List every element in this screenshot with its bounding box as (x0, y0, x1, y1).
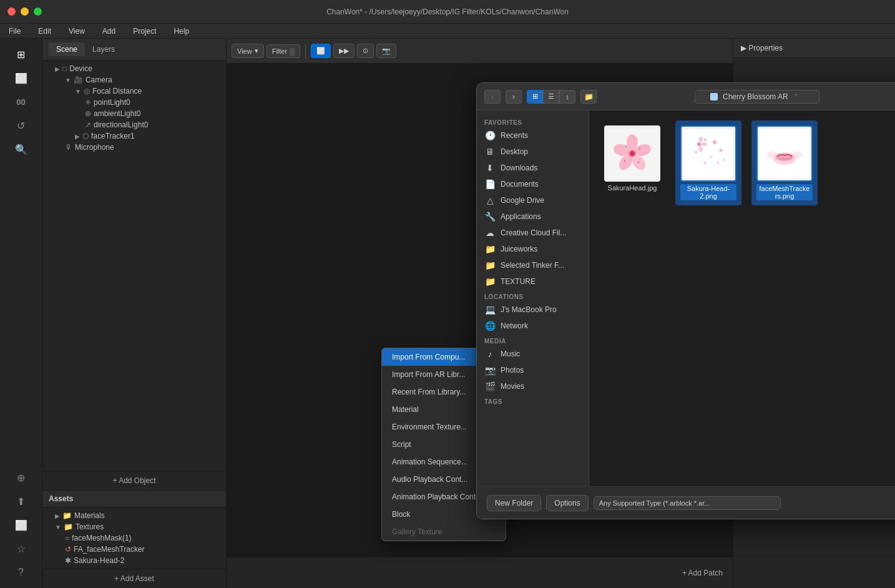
view-button[interactable]: View ▾ (232, 44, 264, 58)
menu-file[interactable]: File (5, 26, 24, 37)
sidebar-icon-00[interactable]: 00 (9, 91, 34, 112)
file-item-sakura-head-2[interactable]: Sakura-Head-2.png (675, 120, 741, 205)
sidebar-icon-star[interactable]: ☆ (9, 538, 34, 559)
menu-add[interactable]: Add (99, 26, 119, 37)
downloads-icon: ⬇ (484, 163, 496, 173)
dialog-view-grid[interactable]: ⊞ (527, 90, 543, 104)
svg-point-31 (792, 151, 802, 159)
dialog-location-box[interactable]: Cherry Blossom AR ⌃ (695, 90, 819, 104)
sidebar-item-recents[interactable]: 🕐 Recents (477, 127, 589, 144)
tree-item-microphone[interactable]: 🎙 Microphone (42, 142, 226, 153)
svg-point-25 (704, 162, 707, 164)
sidebar-item-creative-cloud[interactable]: ☁ Creative Cloud Fil... (477, 225, 589, 241)
tree-item-point-light[interactable]: ✳ pointLight0 (42, 97, 226, 108)
svg-point-24 (717, 162, 719, 164)
sidebar-item-music[interactable]: ♪ Music (477, 346, 589, 362)
sidebar-icon-export[interactable]: ⬆ (9, 491, 34, 512)
tree-item-focal[interactable]: ▼ ◎ Focal Distance (42, 86, 226, 97)
toolbar-layout-btn[interactable]: ⬜ (311, 44, 331, 58)
tree-item-device[interactable]: ▶ □ Device (42, 63, 226, 74)
macbook-icon: 💻 (484, 305, 496, 315)
menu-project[interactable]: Project (129, 26, 160, 37)
main-layout: ⊞ ⬜ 00 ↺ 🔍 ⊕ ⬆ ⬜ ☆ ? Scene Layers ▶ □ De… (0, 39, 895, 588)
add-patch-button[interactable]: + Add Patch (682, 569, 723, 577)
close-button[interactable] (7, 7, 16, 16)
sidebar-item-selected-tinker[interactable]: 📁 Selected Tinker F... (477, 257, 589, 273)
file-thumb-sakura-head-2 (680, 125, 736, 182)
recents-icon: 🕐 (484, 130, 496, 140)
favorites-label: Favorites (477, 115, 589, 127)
dialog-forward-button[interactable]: › (506, 90, 522, 104)
svg-point-23 (711, 156, 713, 158)
sidebar-icon-scene[interactable]: ⊞ (9, 44, 34, 65)
file-type-select[interactable]: Any Supported Type (*.arblock *.ar... (594, 496, 781, 510)
assets-tree: ▶ 📁 Materials ▼ 📁 Textures ○ faceMeshMas… (42, 507, 226, 569)
options-button[interactable]: Options (546, 495, 588, 511)
sidebar-item-texture[interactable]: 📁 TEXTURE (477, 273, 589, 290)
maximize-button[interactable] (34, 7, 42, 16)
tree-item-ambient-light[interactable]: ⊕ ambientLight0 (42, 108, 226, 119)
tree-item-face-tracker[interactable]: ▶ ⬡ faceTracker1 (42, 130, 226, 142)
dialog-footer: New Folder Options Any Supported Type (*… (477, 486, 895, 519)
tab-layers[interactable]: Layers (85, 42, 122, 56)
file-thumb-sakura-head (604, 125, 660, 182)
dialog-view-columns[interactable]: ↕ (559, 90, 575, 104)
menu-view[interactable]: View (65, 26, 89, 37)
sidebar-item-network[interactable]: 🌐 Network (477, 318, 589, 334)
sidebar-item-movies[interactable]: 🎬 Movies (477, 378, 589, 394)
sidebar-item-desktop[interactable]: 🖥 Desktop (477, 144, 589, 160)
sidebar-item-macbook-pro[interactable]: 💻 J's MacBook Pro (477, 301, 589, 318)
creative-cloud-icon: ☁ (484, 228, 496, 238)
sidebar-item-juiceworks[interactable]: 📁 Juiceworks (477, 241, 589, 257)
tree-item-materials[interactable]: ▶ 📁 Materials (42, 510, 226, 521)
add-object-button[interactable]: + Add Object (42, 471, 226, 490)
sidebar-item-applications[interactable]: 🔧 Applications (477, 208, 589, 225)
tree-item-camera[interactable]: ▼ 🎥 Camera (42, 74, 226, 86)
svg-point-26 (723, 159, 725, 161)
sidebar-item-photos[interactable]: 📷 Photos (477, 362, 589, 378)
new-folder-button[interactable]: New Folder (487, 495, 541, 511)
assets-panel: Assets ▶ 📁 Materials ▼ 📁 Textures ○ face… (42, 490, 226, 588)
icon-microphone: 🎙 (65, 143, 72, 152)
toolbar-play-btn[interactable]: ▶▶ (333, 44, 355, 58)
tree-item-textures[interactable]: ▼ 📁 Textures (42, 521, 226, 532)
dialog-view-list[interactable]: ☰ (543, 90, 559, 104)
sidebar-icon-help[interactable]: ? (9, 562, 34, 583)
tree-item-fa-face-tracker[interactable]: ↺ FA_faceMeshTracker (42, 544, 226, 555)
tree-item-directional-light[interactable]: ↗ directionalLight0 (42, 119, 226, 130)
sidebar-icon-refresh[interactable]: ↺ (9, 115, 34, 136)
documents-icon: 📄 (484, 179, 496, 189)
file-item-face-mesh[interactable]: faceMeshTrackers.png (751, 120, 818, 205)
arrow-device: ▶ (55, 66, 60, 72)
sidebar-icon-search[interactable]: 🔍 (9, 139, 34, 160)
menu-edit[interactable]: Edit (34, 26, 55, 37)
toolbar-camera-btn[interactable]: 📷 (376, 44, 396, 58)
menu-help[interactable]: Help (170, 26, 193, 37)
svg-point-20 (701, 142, 707, 146)
dialog-location: Cherry Blossom AR ⌃ (602, 90, 895, 104)
sidebar-icon-add-panel[interactable]: ⊕ (9, 467, 34, 488)
tab-scene[interactable]: Scene (49, 42, 85, 56)
tree-item-face-mesh-mask[interactable]: ○ faceMeshMask(1) (42, 532, 226, 544)
sidebar-item-google-drive[interactable]: △ Google Drive (477, 192, 589, 208)
sidebar-item-downloads[interactable]: ⬇ Downloads (477, 160, 589, 176)
toolbar-record-btn[interactable]: ⊙ (357, 44, 374, 58)
svg-point-15 (704, 139, 707, 141)
svg-point-10 (639, 148, 641, 150)
tree-item-sakura-head-2[interactable]: ✱ Sakura-Head-2 (42, 555, 226, 566)
dialog-location-arrow-icon: ⌃ (793, 93, 798, 100)
sidebar-icon-library[interactable]: ⬜ (9, 514, 34, 536)
dialog-folder-button[interactable]: 📁 (580, 90, 597, 104)
arrow-materials: ▶ (55, 512, 60, 519)
dialog-back-button[interactable]: ‹ (484, 90, 501, 104)
sidebar-item-documents[interactable]: 📄 Documents (477, 176, 589, 192)
sidebar-icon-layers[interactable]: ⬜ (9, 67, 34, 89)
svg-point-9 (625, 145, 627, 147)
file-item-sakura-head[interactable]: SakuraHead.jpg (599, 120, 665, 205)
icon-device: □ (62, 64, 67, 73)
add-asset-button[interactable]: + Add Asset (42, 569, 226, 588)
dialog-body: Favorites 🕐 Recents 🖥 Desktop ⬇ Download… (477, 110, 895, 486)
arrow-focal: ▼ (75, 88, 81, 95)
minimize-button[interactable] (21, 7, 29, 16)
filter-button[interactable]: Filter ▓ (267, 44, 300, 58)
